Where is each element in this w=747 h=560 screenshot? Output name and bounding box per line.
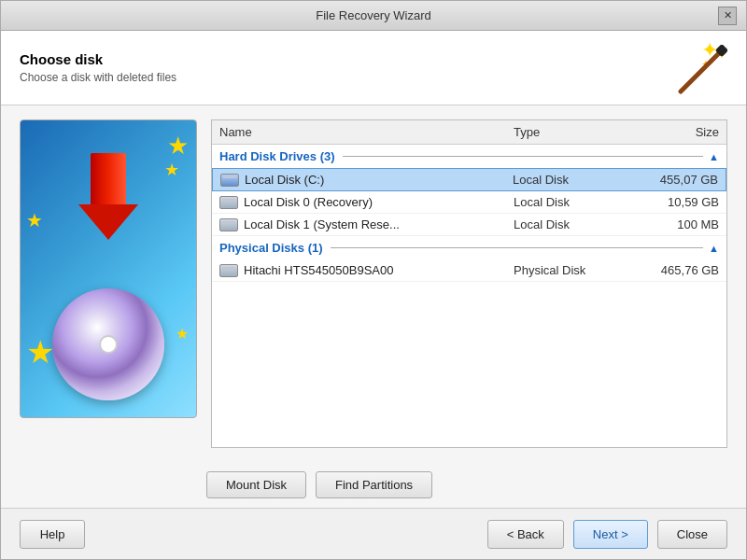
- disk-size-hitachi: 465,76 GB: [626, 263, 719, 277]
- disk-type-hitachi: Physical Disk: [514, 263, 626, 277]
- column-size: Size: [626, 125, 719, 139]
- next-button[interactable]: Next >: [573, 520, 648, 549]
- star-icon-bottom-left: ★: [26, 333, 54, 371]
- group-hard-disk-drives[interactable]: Hard Disk Drives (3) ▲: [212, 145, 726, 168]
- local-disk-recovery-icon: [219, 196, 238, 209]
- group-hdd-line: ▲: [343, 151, 719, 162]
- disk-list-body: Hard Disk Drives (3) ▲ Local Disk (C:) L…: [212, 145, 726, 447]
- window-title: File Recovery Wizard: [29, 8, 718, 22]
- close-button[interactable]: Close: [657, 520, 727, 549]
- disk-row-c[interactable]: Local Disk (C:) Local Disk 455,07 GB: [212, 168, 726, 191]
- star-icon-top-right: ★: [167, 132, 189, 161]
- disk-illustration: ★ ★ ★ ★ ★: [20, 119, 197, 418]
- header-text: Choose disk Choose a disk with deleted f…: [20, 51, 176, 84]
- action-buttons-row: Mount Disk Find Partitions: [1, 462, 746, 508]
- disk-name-sysres: Local Disk 1 (System Rese...: [219, 217, 514, 231]
- local-disk-c-icon: [220, 174, 239, 187]
- header-section: Choose disk Choose a disk with deleted f…: [1, 31, 746, 105]
- group-hdd-label: Hard Disk Drives (3): [219, 149, 335, 163]
- disk-size-c: 455,07 GB: [625, 173, 718, 187]
- main-content: ★ ★ ★ ★ ★ Name Type Size: [1, 105, 746, 462]
- column-type: Type: [514, 125, 626, 139]
- footer: Help < Back Next > Close: [1, 508, 746, 559]
- disk-row-recovery[interactable]: Local Disk 0 (Recovery) Local Disk 10,59…: [212, 191, 726, 214]
- star-icon-mid-right: ★: [164, 160, 179, 180]
- cd-disc: [52, 288, 164, 400]
- arrow-down-icon: [78, 153, 138, 240]
- group-phys-line: ▲: [331, 243, 719, 254]
- physical-disk-hitachi-icon: [219, 264, 238, 277]
- disk-type-recovery: Local Disk: [514, 195, 626, 209]
- list-header: Name Type Size: [212, 120, 726, 145]
- close-icon: ✕: [724, 9, 732, 21]
- back-button[interactable]: < Back: [487, 520, 564, 549]
- disk-label-recovery: Local Disk 0 (Recovery): [244, 195, 373, 209]
- header-subtitle: Choose a disk with deleted files: [20, 71, 176, 84]
- disk-size-recovery: 10,59 GB: [626, 195, 719, 209]
- group-phys-label: Physical Disks (1): [219, 241, 323, 255]
- column-name: Name: [219, 125, 514, 139]
- mount-disk-button[interactable]: Mount Disk: [206, 471, 306, 498]
- find-partitions-button[interactable]: Find Partitions: [316, 471, 432, 498]
- svg-line-0: [681, 49, 723, 91]
- local-disk-sysres-icon: [219, 218, 238, 231]
- wand-icon: ✦ ✦ ✦: [662, 40, 727, 96]
- disk-row-hitachi[interactable]: Hitachi HTS545050B9SA00 Physical Disk 46…: [212, 259, 726, 282]
- help-button[interactable]: Help: [20, 520, 85, 549]
- disk-type-c: Local Disk: [513, 173, 625, 187]
- disk-name-recovery: Local Disk 0 (Recovery): [219, 195, 514, 209]
- disk-label-sysres: Local Disk 1 (System Rese...: [244, 217, 400, 231]
- disk-name-hitachi: Hitachi HTS545050B9SA00: [219, 263, 514, 277]
- disk-label-hitachi: Hitachi HTS545050B9SA00: [244, 263, 393, 277]
- disk-label-c: Local Disk (C:): [245, 173, 324, 187]
- disk-list-panel: Name Type Size Hard Disk Drives (3) ▲: [211, 119, 727, 448]
- group-hdd-chevron: ▲: [709, 151, 719, 162]
- disk-type-sysres: Local Disk: [514, 217, 626, 231]
- star-icon-left: ★: [26, 209, 43, 231]
- group-physical-disks[interactable]: Physical Disks (1) ▲: [212, 236, 726, 259]
- close-window-button[interactable]: ✕: [718, 7, 737, 25]
- disk-name-c: Local Disk (C:): [220, 173, 513, 187]
- star-icon-bottom-right: ★: [176, 325, 189, 343]
- main-window: File Recovery Wizard ✕ Choose disk Choos…: [0, 0, 747, 560]
- disk-size-sysres: 100 MB: [626, 217, 719, 231]
- title-bar: File Recovery Wizard ✕: [1, 1, 746, 31]
- header-title: Choose disk: [20, 51, 176, 67]
- disk-row-sysres[interactable]: Local Disk 1 (System Rese... Local Disk …: [212, 214, 726, 236]
- group-phys-chevron: ▲: [709, 243, 719, 254]
